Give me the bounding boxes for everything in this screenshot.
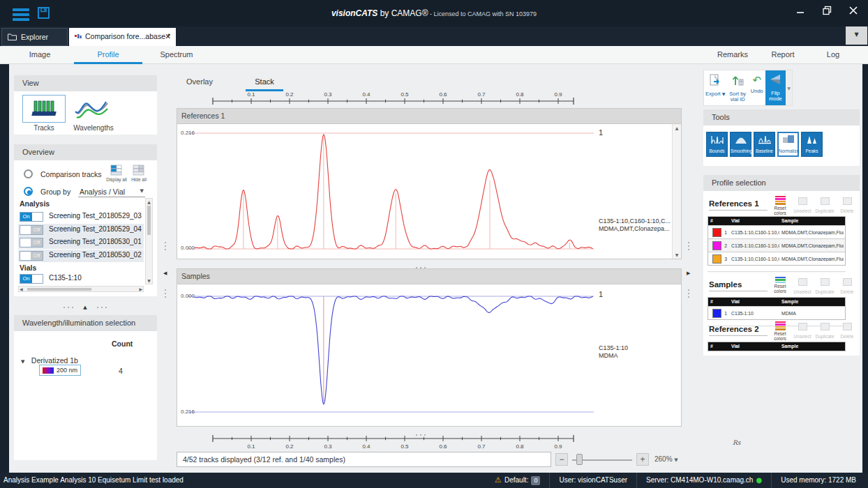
tool-normalize-button[interactable]: Normalize	[777, 132, 799, 157]
right-splitter-dots2[interactable]	[688, 287, 689, 300]
tab-report[interactable]: Report	[758, 46, 808, 64]
profile-table: #VialSample1C135-1:10MDMA	[708, 297, 846, 320]
toggle-off[interactable]: Off	[20, 225, 43, 235]
toolbar-overflow-dropdown[interactable]: ▼	[786, 70, 792, 105]
tab-log[interactable]: Log	[808, 46, 858, 64]
view-tab-bar: ImageProfileSpectrum RemarksReportLog	[0, 46, 868, 64]
export-button[interactable]: Export ▼	[704, 70, 726, 105]
status-message: Analysis Example Analysis 10 Equisetum L…	[3, 476, 184, 484]
row-vial-cell: C135-1:10,C160-1:10,C1	[729, 257, 779, 261]
svg-text:0.7: 0.7	[477, 91, 486, 98]
close-button[interactable]	[843, 6, 864, 21]
svg-text:0.5: 0.5	[401, 91, 409, 98]
delete-icon	[843, 323, 852, 330]
profile-row[interactable]: 2C135-1:10,C160-1:10,C1MDMA,DMT,Clonazep…	[708, 238, 845, 252]
section-header-row: References 2Reset colorsUnselectDuplicat…	[709, 321, 855, 339]
unselect-button: Unselect	[791, 195, 814, 213]
column-header: #	[708, 217, 729, 225]
tab-list-dropdown[interactable]: ▼	[846, 26, 867, 45]
reset-colors-button[interactable]: Reset colors	[769, 276, 791, 293]
document-tab-bar: Explorer Comparison fore...abase * ✕ ▼	[0, 26, 868, 46]
profile-row[interactable]: 1C135-1:10MDMA	[708, 306, 845, 319]
minimize-button[interactable]	[790, 6, 811, 21]
tools-panel-header: Tools	[703, 109, 860, 125]
color-swatch[interactable]	[712, 309, 721, 318]
tool-peaks-button[interactable]: Peaks	[801, 132, 823, 157]
duplicate-button: Duplicate	[814, 276, 836, 294]
samples-panel-header[interactable]: Samples	[177, 268, 682, 284]
delete-button: Delete	[836, 276, 858, 294]
tab-overlay[interactable]: Overlay	[180, 73, 219, 90]
tool-label: Bounds	[707, 148, 727, 153]
tab-stack[interactable]: Stack	[246, 73, 283, 90]
bounds-icon	[710, 135, 724, 146]
reset-colors-button[interactable]: Reset colors	[769, 321, 791, 341]
left-panel-splitter[interactable]: ▲	[43, 300, 127, 313]
tab-spectrum[interactable]: Spectrum	[142, 46, 211, 64]
view-wavelengths-button[interactable]	[74, 96, 110, 124]
column-header: Sample	[779, 342, 844, 351]
toggle-on[interactable]: On	[20, 274, 43, 284]
action-label: Unselect	[791, 208, 814, 213]
zoom-in-button[interactable]: +	[636, 453, 649, 466]
left-splitter-dots2[interactable]	[165, 287, 166, 300]
svg-text:0.9: 0.9	[554, 443, 562, 450]
flip-mode-button[interactable]: Flipmode	[765, 70, 786, 105]
toggle-off[interactable]: Off	[20, 238, 43, 247]
rf-ruler-bottom: 0.10.20.30.40.50.60.70.80.9	[174, 433, 685, 451]
references1-chart: 0.216 0.000 1 C135-1:10,C160-1:10,C...MD…	[177, 123, 682, 259]
tab-document-label: Comparison fore...abase *	[85, 32, 170, 40]
toggle-on[interactable]: On	[20, 212, 43, 222]
restore-button[interactable]	[816, 6, 837, 21]
toggle-on-label: On	[20, 275, 32, 283]
profile-row[interactable]: 3C135-1:10,C160-1:10,C1MDMA,DMT,Clonazep…	[708, 252, 845, 265]
tab-remarks[interactable]: Remarks	[708, 46, 758, 64]
track-description: C135-1:10,C160-1:10,C...MDMA,DMT,Clonaze…	[599, 218, 671, 233]
references1-chart-plot[interactable]	[177, 124, 673, 259]
profile-selection-panel: References 1Reset colorsUnselectDuplicat…	[703, 191, 860, 356]
tab-explorer-label: Explorer	[21, 33, 48, 41]
right-splitter-collapse[interactable]: ▶	[687, 270, 690, 276]
overview-horizontal-scrollbar[interactable]: ◀ ▶	[18, 286, 144, 292]
group-by-radio[interactable]	[24, 187, 33, 196]
left-splitter-collapse[interactable]: ◀	[163, 270, 167, 276]
undo-button[interactable]: ↶ Undo	[749, 70, 765, 105]
color-swatch[interactable]	[712, 228, 721, 237]
count-column-label: Count	[112, 340, 133, 348]
reset-colors-button[interactable]: Reset colors	[769, 195, 791, 215]
overview-vertical-scrollbar[interactable]: ▲ ▼	[145, 198, 153, 284]
view-tracks-button[interactable]	[22, 95, 66, 123]
color-swatch[interactable]	[712, 254, 721, 264]
right-splitter-dots[interactable]	[688, 240, 689, 252]
tracks-displayed-status: 4/52 tracks displayed (3/12 ref. and 1/4…	[177, 452, 551, 467]
references1-panel-header[interactable]: References 1	[177, 108, 682, 123]
tool-label: Smoothing	[731, 148, 751, 153]
sort-by-vial-id-button[interactable]: Sort byvial ID	[726, 70, 749, 105]
tool-smoothing-button[interactable]: Smoothing	[730, 132, 751, 157]
window-title: visionCATS by CAMAG® - Licensed to CAMAG…	[0, 0, 868, 26]
tab-image[interactable]: Image	[6, 46, 74, 64]
zoom-slider-thumb[interactable]	[576, 454, 583, 465]
group-by-dropdown[interactable]: Analysis / Vial ▼	[78, 186, 145, 197]
left-splitter-dots[interactable]	[165, 240, 166, 252]
track-number: 1	[599, 290, 603, 298]
close-icon[interactable]: ✕	[165, 28, 171, 45]
tab-explorer[interactable]: Explorer	[1, 28, 68, 46]
zoom-out-button[interactable]: −	[555, 453, 568, 466]
chevron-down-icon: ▼	[674, 457, 678, 463]
row-vial-cell: C135-1:10	[729, 311, 779, 316]
tab-profile[interactable]: Profile	[74, 46, 142, 64]
wavelength-item-200nm[interactable]: 200 nm	[39, 365, 81, 376]
toggle-off[interactable]: Off	[20, 251, 43, 261]
default-counter[interactable]: ⚠ Default: 0	[486, 473, 549, 488]
zoom-level-dropdown[interactable]: 260% ▼	[654, 455, 678, 463]
analysis-group-label: Analysis	[20, 199, 50, 208]
profile-row[interactable]: 1C135-1:10,C160-1:10,C1MDMA,DMT,Clonazep…	[708, 225, 845, 238]
comparison-tracks-radio[interactable]	[24, 169, 33, 178]
references1-scrollbar[interactable]: ▲ ▼	[672, 124, 681, 259]
tab-document[interactable]: Comparison fore...abase * ✕	[69, 28, 176, 46]
tool-baseline-button[interactable]: Baseline	[754, 132, 775, 157]
overview-panel-header: Overview	[14, 144, 157, 160]
color-swatch[interactable]	[712, 241, 721, 250]
tool-bounds-button[interactable]: Bounds	[706, 132, 728, 157]
